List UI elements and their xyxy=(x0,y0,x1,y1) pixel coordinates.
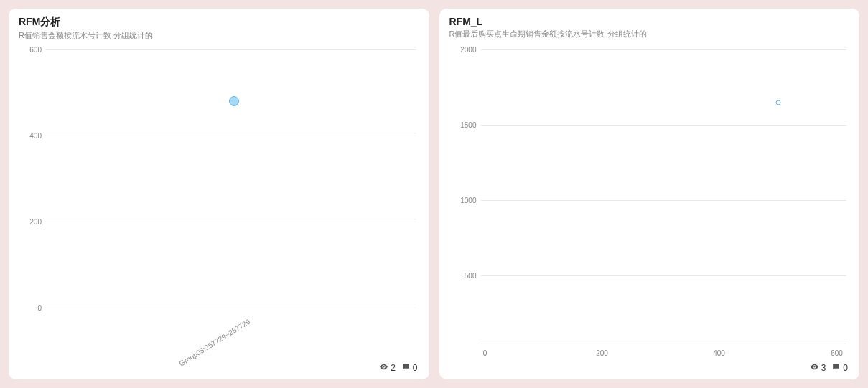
chart-card-rfm-l: RFM_L R值最后购买点生命期销售金额按流水号计数 分组统计的 2000 15… xyxy=(439,9,860,379)
eye-icon xyxy=(810,362,819,374)
gridline xyxy=(45,136,416,136)
comments-count: 0 xyxy=(843,363,848,373)
gridline xyxy=(481,125,847,126)
chart-area-2[interactable]: 2000 1500 1000 500 0 200 400 600 xyxy=(449,42,850,372)
y-tick: 1500 xyxy=(455,121,477,129)
x-tick: 600 xyxy=(831,349,843,357)
card-subtitle: R值销售金额按流水号计数 分组统计的 xyxy=(19,30,419,41)
x-tick: 400 xyxy=(713,349,725,357)
gridline xyxy=(481,275,847,276)
gridline xyxy=(45,49,416,50)
gridline xyxy=(45,222,416,222)
comment-icon xyxy=(401,362,411,374)
comments-stat[interactable]: 0 xyxy=(401,362,418,374)
x-tick: Group05:257729~257729 xyxy=(178,318,252,368)
y-tick: 2000 xyxy=(455,46,477,54)
chart-point[interactable] xyxy=(229,96,239,106)
views-count: 3 xyxy=(821,363,826,373)
card-footer: 2 0 xyxy=(379,362,417,374)
y-tick: 400 xyxy=(20,132,42,140)
x-axis-line xyxy=(481,344,847,344)
x-tick: 0 xyxy=(483,349,487,357)
comment-icon xyxy=(831,362,841,374)
gridline xyxy=(481,200,847,201)
views-count: 2 xyxy=(391,363,396,373)
views-stat[interactable]: 3 xyxy=(810,362,826,374)
gridline xyxy=(481,49,847,50)
x-tick: 200 xyxy=(596,349,608,357)
views-stat[interactable]: 2 xyxy=(379,362,396,374)
comments-stat[interactable]: 0 xyxy=(831,362,848,374)
eye-icon xyxy=(379,362,388,374)
card-subtitle: R值最后购买点生命期销售金额按流水号计数 分组统计的 xyxy=(449,29,850,39)
card-footer: 3 0 xyxy=(810,362,848,374)
gridline xyxy=(45,308,416,308)
y-tick: 1000 xyxy=(455,197,477,204)
y-tick: 0 xyxy=(20,304,42,312)
y-tick: 200 xyxy=(20,218,42,226)
y-tick: 600 xyxy=(20,46,42,54)
y-tick: 500 xyxy=(455,272,477,280)
chart-card-rfm: RFM分析 R值销售金额按流水号计数 分组统计的 600 400 200 0 G… xyxy=(9,9,429,379)
card-title: RFM_L xyxy=(449,16,850,27)
chart-area-1[interactable]: 600 400 200 0 Group05:257729~257729 xyxy=(19,44,419,372)
chart-point[interactable] xyxy=(775,100,780,105)
card-title: RFM分析 xyxy=(19,16,419,29)
comments-count: 0 xyxy=(413,363,418,373)
